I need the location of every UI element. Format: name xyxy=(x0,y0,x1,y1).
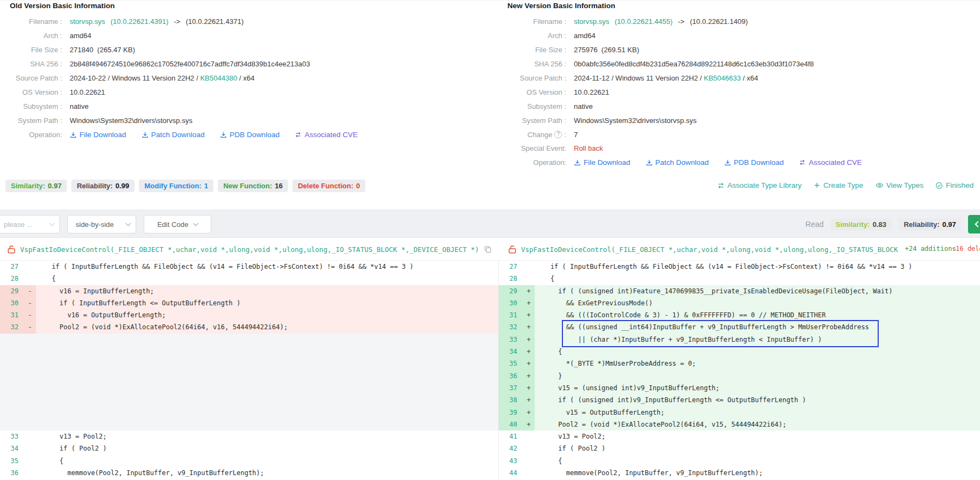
function-filter-select[interactable]: please ... xyxy=(0,215,60,233)
filename-label: Filename : xyxy=(10,17,62,26)
filesize-value: 275976 (269.51 KB) xyxy=(574,46,639,54)
version-to: (10.0.22621.4371) xyxy=(186,17,243,26)
line-number[interactable]: 29 xyxy=(499,285,523,297)
line-number xyxy=(0,346,24,358)
collapse-panel-button[interactable] xyxy=(968,215,980,233)
line-number[interactable]: 43 xyxy=(499,455,523,467)
summary-badge: Delete Function:0 xyxy=(292,180,365,192)
filesize-row: File Size : 271840 (265.47 KB) xyxy=(10,43,489,57)
associated-cve-link[interactable]: Associated CVE xyxy=(799,158,862,167)
plus-icon xyxy=(813,182,820,189)
line-number[interactable]: 33 xyxy=(499,334,523,346)
code-line: 28 { xyxy=(499,273,980,285)
diff-sign: + xyxy=(523,346,535,358)
associate-type-library-link[interactable]: Associate Type Library xyxy=(717,181,801,189)
line-number[interactable]: 34 xyxy=(0,442,24,454)
badge-label: Modify Function: xyxy=(144,182,201,190)
line-number[interactable]: 31 xyxy=(0,309,24,321)
function-signature[interactable]: VspFastIoDeviceControl(_FILE_OBJECT *,uc… xyxy=(521,245,901,254)
line-number[interactable]: 44 xyxy=(499,467,523,479)
summary-badge: Reliability:0.99 xyxy=(71,180,134,192)
diff-sign: - xyxy=(24,309,36,321)
create-type-link[interactable]: Create Type xyxy=(813,181,863,189)
file-download-link[interactable]: File Download xyxy=(574,158,630,167)
os-version-row: OS Version : 10.0.22621 xyxy=(10,85,489,99)
copy-icon[interactable] xyxy=(484,245,492,253)
diff-code-area: 27 if ( InputBufferLength && FileObject … xyxy=(0,261,980,480)
line-number[interactable]: 32 xyxy=(499,321,523,333)
diff-sign xyxy=(523,467,535,479)
pdb-download-link[interactable]: PDB Download xyxy=(724,158,784,167)
arch-row: Arch : amd64 xyxy=(10,29,489,43)
code-text: v15 = (unsigned int)v9_InputBufferLength… xyxy=(535,382,720,394)
line-number[interactable]: 29 xyxy=(0,285,24,297)
kb-link[interactable]: KB5044380 xyxy=(200,74,237,82)
old-version-panel: Old Version Basic Information Filename :… xyxy=(10,2,489,141)
line-number[interactable]: 41 xyxy=(499,430,523,442)
line-number[interactable]: 33 xyxy=(0,430,24,442)
line-number[interactable]: 27 xyxy=(0,261,24,273)
patch-download-link[interactable]: Patch Download xyxy=(142,131,205,139)
download-icon xyxy=(724,159,731,166)
function-signature[interactable]: VspFastIoDeviceControl(_FILE_OBJECT *,uc… xyxy=(20,245,479,254)
line-number[interactable]: 27 xyxy=(499,261,523,273)
chevron-down-icon xyxy=(193,220,199,226)
line-number[interactable]: 38 xyxy=(499,394,523,406)
lock-open-icon xyxy=(8,245,15,254)
kb-link[interactable]: KB5046633 xyxy=(704,74,741,82)
diff-sign xyxy=(24,455,36,467)
diff-sign: + xyxy=(523,419,535,430)
badge-label: Delete Function: xyxy=(298,182,353,190)
line-number[interactable]: 31 xyxy=(499,309,523,321)
patch-download-link[interactable]: Patch Download xyxy=(646,158,709,167)
code-line xyxy=(0,346,498,358)
chevron-left-icon xyxy=(975,221,980,227)
help-icon[interactable]: ? xyxy=(554,131,562,138)
diff-sign: + xyxy=(523,407,535,419)
line-number xyxy=(0,394,24,406)
line-number[interactable]: 42 xyxy=(499,442,523,454)
line-number[interactable]: 28 xyxy=(0,273,24,285)
os-version-row: OS Version : 10.0.22621 xyxy=(507,85,976,99)
line-number[interactable]: 34 xyxy=(499,346,523,358)
layout-mode-select[interactable]: side-by-side xyxy=(68,215,136,233)
associated-cve-link[interactable]: Associated CVE xyxy=(295,131,358,139)
badge-label: New Function: xyxy=(223,182,272,190)
new-code-pane: 27 if ( InputBufferLength && FileObject … xyxy=(498,261,980,480)
filename-row: Filename : storvsp.sys (10.0.22621.4391)… xyxy=(10,15,489,29)
file-download-link[interactable]: File Download xyxy=(70,131,126,139)
line-number[interactable]: 36 xyxy=(0,467,24,479)
line-number[interactable]: 35 xyxy=(499,358,523,370)
diff-sign xyxy=(24,430,36,442)
line-number[interactable]: 28 xyxy=(499,273,523,285)
code-text: if ( (unsigned int)v9_InputBufferLength … xyxy=(535,394,806,406)
line-number[interactable]: 35 xyxy=(0,455,24,467)
diff-sign xyxy=(24,346,36,358)
diff-sign: - xyxy=(24,297,36,309)
code-text: if ( (unsigned int)Feature_1470699835__p… xyxy=(535,285,892,297)
code-text: if ( InputBufferLength <= OutputBufferLe… xyxy=(36,297,241,309)
code-line: 28 { xyxy=(0,273,498,285)
line-number[interactable]: 36 xyxy=(499,370,523,382)
view-types-link[interactable]: View Types xyxy=(875,181,924,189)
finished-link[interactable]: Finished xyxy=(935,181,973,189)
summary-badges-row: Similarity:0.97Reliability:0.99Modify Fu… xyxy=(5,180,365,192)
pdb-download-link[interactable]: PDB Download xyxy=(220,131,280,139)
os-version-value: 10.0.22621 xyxy=(70,88,105,96)
line-number[interactable]: 30 xyxy=(499,297,523,309)
filename-value[interactable]: storvsp.sys xyxy=(70,17,105,26)
line-number[interactable]: 37 xyxy=(499,382,523,394)
code-line: 30+ && ExGetPreviousMode() xyxy=(499,297,980,309)
line-number[interactable]: 30 xyxy=(0,297,24,309)
sha256-value: 0b0abfc356e0fed8cdf4b231d5ea76284d892211… xyxy=(574,60,814,68)
line-number[interactable]: 40 xyxy=(499,419,523,430)
system-path-value: Windows\System32\drivers\storvsp.sys xyxy=(574,116,696,125)
line-number xyxy=(0,407,24,419)
badge-value: 0 xyxy=(356,182,360,190)
code-text: *(_BYTE *)MmUserProbeAddress = 0; xyxy=(535,358,696,370)
line-number[interactable]: 39 xyxy=(499,407,523,419)
line-number[interactable]: 32 xyxy=(0,321,24,333)
code-text: { xyxy=(36,455,64,467)
edit-code-button[interactable]: Edit Code xyxy=(144,215,211,233)
filename-value[interactable]: storvsp.sys xyxy=(574,17,609,26)
